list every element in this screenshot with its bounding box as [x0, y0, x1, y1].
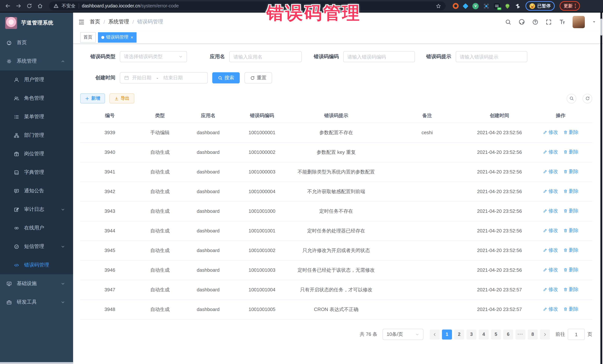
sidebar-item-menu-management[interactable]: 菜单管理: [0, 108, 73, 126]
browser-back-button[interactable]: [4, 2, 12, 10]
toggle-search-button[interactable]: [567, 94, 576, 103]
github-icon[interactable]: [518, 19, 525, 25]
delete-link[interactable]: 删除: [563, 168, 579, 175]
org-tree-icon: [14, 132, 19, 138]
edit-link[interactable]: 修改: [543, 207, 558, 215]
user-menu-caret-icon[interactable]: [592, 20, 596, 24]
tab-close-icon[interactable]: ×: [131, 35, 133, 39]
page-8-button[interactable]: 8: [528, 329, 538, 339]
extension-blue-pin-icon[interactable]: [463, 3, 468, 9]
delete-link[interactable]: 删除: [563, 286, 579, 293]
sidebar-item-audit-log[interactable]: 审计日志: [0, 200, 73, 219]
font-size-icon[interactable]: [559, 19, 566, 25]
sidebar-item-dept-management[interactable]: 部门管理: [0, 126, 73, 144]
page-scrollbar-thumb[interactable]: [600, 19, 602, 36]
edit-link[interactable]: 修改: [543, 227, 558, 234]
delete-link[interactable]: 删除: [563, 188, 579, 195]
goto-page-input[interactable]: [568, 329, 585, 340]
sidebar-item-label: 用户管理: [24, 76, 44, 83]
browser-menu-icon[interactable]: [575, 4, 576, 8]
sidebar-item-sms-management[interactable]: 短信管理: [0, 237, 73, 256]
cell-id: 3945: [80, 241, 139, 260]
page-2-button[interactable]: 2: [454, 329, 464, 339]
sidebar-item-dev-tools[interactable]: 研发工具: [0, 293, 73, 311]
profile-paused-badge[interactable]: 已暂停: [525, 1, 555, 11]
page-ellipsis[interactable]: ···: [515, 329, 525, 339]
reset-button[interactable]: 重置: [244, 72, 272, 83]
prev-page-button[interactable]: [430, 329, 440, 339]
sidebar-scrollbar[interactable]: [0, 362, 73, 364]
edit-link[interactable]: 修改: [543, 129, 558, 136]
next-page-button[interactable]: [540, 329, 550, 339]
breadcrumb-system[interactable]: 系统管理: [108, 19, 129, 25]
edit-link[interactable]: 修改: [543, 266, 558, 274]
browser-home-button[interactable]: [36, 2, 44, 10]
extension-orange-icon[interactable]: [453, 3, 459, 9]
cell-hint: 只允许修改为开启或者关闭状态: [288, 241, 384, 260]
delete-link[interactable]: 删除: [563, 207, 579, 215]
extension-green-mascot-icon[interactable]: [505, 3, 510, 9]
sidebar-item-infrastructure[interactable]: 基础设施: [0, 274, 73, 293]
chevron-down-icon: [178, 55, 183, 59]
sidebar-toggle-button[interactable]: [78, 19, 85, 25]
error-hint-input[interactable]: [460, 54, 523, 59]
extensions-puzzle-icon[interactable]: [515, 3, 521, 9]
sidebar-item-notice-announcement[interactable]: 通知公告: [0, 182, 73, 200]
cell-actions: 修改删除: [529, 300, 592, 319]
delete-link[interactable]: 删除: [563, 129, 579, 136]
tab-error-code-management[interactable]: 错误码管理 ×: [98, 32, 137, 43]
delete-link[interactable]: 删除: [563, 148, 579, 156]
search-button[interactable]: 搜索: [212, 72, 240, 83]
page-4-button[interactable]: 4: [479, 329, 489, 339]
sidebar-item-role-management[interactable]: 角色管理: [0, 89, 73, 108]
page-5-button[interactable]: 5: [491, 329, 501, 339]
help-icon[interactable]: [532, 19, 538, 25]
breadcrumb-home[interactable]: 首页: [90, 19, 100, 25]
back-arrow-icon: [5, 3, 11, 9]
page-6-button[interactable]: 6: [503, 329, 513, 339]
export-button[interactable]: 导出: [109, 93, 134, 103]
tab-home[interactable]: 首页: [80, 32, 96, 43]
table-row: 3941 自动生成 dashboard 1001000003 不能删除类型为系统…: [80, 162, 592, 182]
delete-link[interactable]: 删除: [563, 305, 579, 313]
extension-grid-icon[interactable]: [484, 3, 489, 9]
sidebar-item-dict-management[interactable]: 字典管理: [0, 163, 73, 182]
sidebar-item-home[interactable]: 首页: [0, 33, 73, 52]
page-3-button[interactable]: 3: [466, 329, 476, 339]
edit-link[interactable]: 修改: [543, 286, 558, 293]
edit-link[interactable]: 修改: [543, 168, 558, 175]
date-range-picker[interactable]: 开始日期 - 结束日期: [120, 72, 208, 83]
page-1-button[interactable]: 1: [442, 329, 452, 339]
sidebar-logo[interactable]: 芋道管理系统: [0, 13, 73, 33]
edit-link[interactable]: 修改: [543, 148, 558, 156]
sidebar-item-online-users[interactable]: 在线用户: [0, 219, 73, 237]
cell-actions: 修改删除: [529, 123, 592, 143]
vue-devtools-icon[interactable]: V: [472, 3, 479, 9]
edit-link[interactable]: 修改: [543, 305, 558, 313]
add-button[interactable]: 新增: [80, 93, 105, 103]
address-bar[interactable]: 不安全 dashboard.yudao.iocoder.cn/system/er…: [49, 1, 446, 10]
delete-link[interactable]: 删除: [563, 266, 579, 274]
browser-forward-button[interactable]: [14, 2, 23, 10]
edit-link[interactable]: 修改: [543, 188, 558, 195]
refresh-table-button[interactable]: [583, 94, 592, 103]
header-search-icon[interactable]: [505, 19, 511, 25]
sidebar-item-user-management[interactable]: 用户管理: [0, 70, 73, 89]
trash-icon: [563, 248, 568, 253]
user-avatar[interactable]: [573, 16, 585, 28]
page-size-select[interactable]: 10条/页: [383, 329, 423, 340]
sidebar-item-system-management[interactable]: 系统管理: [0, 52, 73, 70]
delete-link[interactable]: 删除: [563, 246, 579, 254]
browser-reload-button[interactable]: [25, 2, 33, 10]
fullscreen-icon[interactable]: [545, 19, 552, 25]
extension-on-badge-icon[interactable]: on: [494, 3, 500, 9]
error-type-select[interactable]: 请选择错误码类型: [120, 51, 187, 62]
sidebar-item-error-code-management[interactable]: 错误码管理: [0, 256, 73, 274]
app-name-input[interactable]: [233, 54, 298, 59]
delete-link[interactable]: 删除: [563, 227, 579, 234]
sidebar-item-post-management[interactable]: 岗位管理: [0, 144, 73, 163]
edit-link[interactable]: 修改: [543, 246, 558, 254]
bookmark-star-icon[interactable]: [436, 3, 441, 9]
error-code-input[interactable]: [347, 54, 411, 59]
browser-update-button[interactable]: 更新: [560, 1, 580, 11]
